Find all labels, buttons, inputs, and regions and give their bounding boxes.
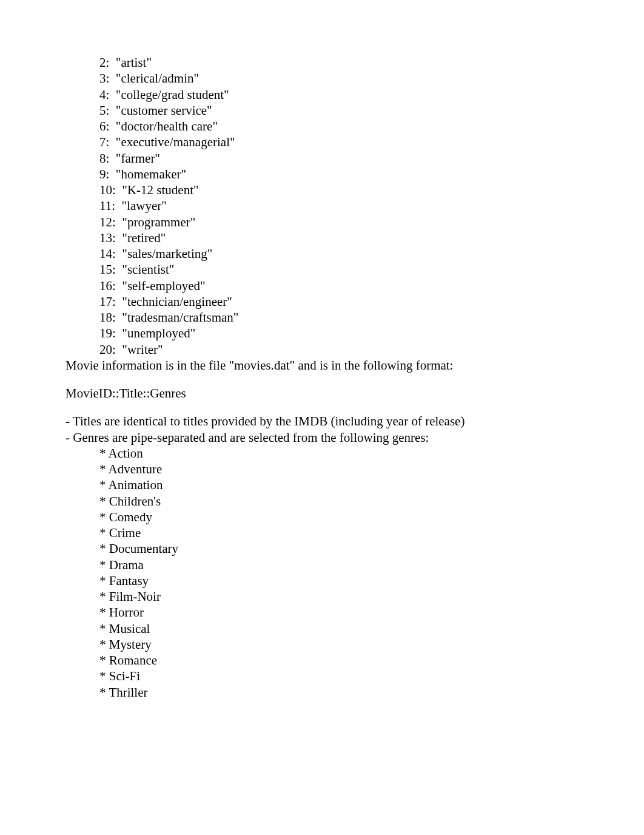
list-item: * Animation: [65, 477, 579, 493]
list-item: * Adventure: [65, 461, 579, 477]
list-item: * Sci-Fi: [65, 668, 579, 684]
list-item: * Fantasy: [65, 573, 579, 589]
list-item: 3: "clerical/admin": [65, 70, 579, 86]
list-item: 20: "writer": [65, 342, 579, 357]
list-item: 14: "sales/marketing": [65, 246, 579, 262]
list-item: * Drama: [65, 557, 579, 573]
list-item: 8: "farmer": [65, 150, 579, 166]
movies-intro-paragraph: Movie information is in the file "movies…: [65, 357, 579, 373]
list-item: 6: "doctor/health care": [65, 118, 579, 134]
list-item: 15: "scientist": [65, 262, 579, 277]
note-titles: - Titles are identical to titles provide…: [65, 413, 579, 429]
document-page: 2: "artist" 3: "clerical/admin" 4: "coll…: [0, 0, 644, 700]
list-item: 2: "artist": [65, 55, 579, 70]
list-item: 17: "technician/engineer": [65, 294, 579, 309]
list-item: 19: "unemployed": [65, 325, 579, 341]
list-item: * Action: [65, 445, 579, 461]
list-item: * Film-Noir: [65, 589, 579, 604]
occupation-list: 2: "artist" 3: "clerical/admin" 4: "coll…: [65, 55, 579, 357]
list-item: * Children's: [65, 493, 579, 509]
list-item: * Crime: [65, 525, 579, 541]
movie-format-line: MovieID::Title::Genres: [65, 385, 579, 401]
list-item: 11: "lawyer": [65, 198, 579, 214]
list-item: * Documentary: [65, 541, 579, 556]
list-item: 5: "customer service": [65, 103, 579, 118]
note-genres: - Genres are pipe-separated and are sele…: [65, 430, 579, 445]
list-item: * Mystery: [65, 637, 579, 652]
list-item: 12: "programmer": [65, 214, 579, 230]
list-item: 10: "K-12 student": [65, 182, 579, 198]
list-item: 4: "college/grad student": [65, 87, 579, 103]
list-item: 13: "retired": [65, 230, 579, 246]
list-item: 9: "homemaker": [65, 166, 579, 182]
genre-list: * Action * Adventure * Animation * Child…: [65, 445, 579, 700]
list-item: * Horror: [65, 604, 579, 620]
list-item: 18: "tradesman/craftsman": [65, 309, 579, 325]
list-item: 7: "executive/managerial": [65, 134, 579, 150]
list-item: * Romance: [65, 652, 579, 668]
list-item: 16: "self-employed": [65, 278, 579, 294]
list-item: * Musical: [65, 621, 579, 637]
list-item: * Thriller: [65, 685, 579, 700]
list-item: * Comedy: [65, 509, 579, 525]
